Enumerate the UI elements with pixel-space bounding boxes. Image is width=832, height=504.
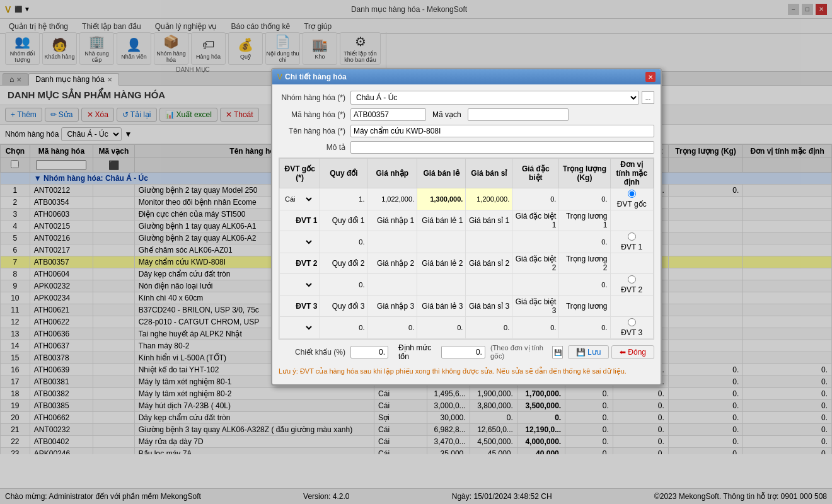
dvt-col-gia-ban-si: Giá bán sỉ bbox=[466, 159, 512, 188]
dvt-2-quy-doi-label: Quy đổi 2 bbox=[320, 253, 367, 274]
dvt-goc-quy-doi bbox=[320, 188, 367, 210]
dvt-2-gia-ban-si-label: Giá bán sỉ 2 bbox=[466, 253, 512, 274]
modal-app-icon: V bbox=[277, 72, 282, 81]
dvt-3-gia-ban-le-label: Giá bán lẻ 3 bbox=[417, 296, 466, 317]
dvt-goc-quy-doi-input[interactable] bbox=[323, 195, 364, 203]
dvt-2-trong-luong-input[interactable] bbox=[562, 281, 607, 289]
dvt-3-gia-ban-si-input[interactable] bbox=[468, 324, 509, 331]
dvt-2-radio-cell: ĐVT 2 bbox=[610, 274, 654, 296]
dvt-1-quy-doi-input[interactable] bbox=[323, 238, 364, 246]
dvt-3-label: ĐVT 3 bbox=[280, 296, 320, 317]
dvt-row-2-header: ĐVT 2 Quy đổi 2 Giá nhập 2 Giá bán lẻ 2 … bbox=[280, 253, 654, 274]
dvt-tbody: Cái ĐVT gốc bbox=[280, 188, 654, 339]
dvt-1-quy-doi-label: Quy đổi 1 bbox=[320, 210, 367, 231]
dvt-2-gia-dac-biet-input[interactable] bbox=[515, 281, 556, 289]
save-inline-button[interactable]: 💾 bbox=[552, 346, 563, 358]
dvt-3-gia-ban-le-input[interactable] bbox=[420, 324, 463, 331]
dvt-3-gia-nhap-input[interactable] bbox=[370, 324, 414, 331]
mo-ta-input[interactable] bbox=[350, 141, 654, 154]
dvt-2-radio-label: ĐVT 2 bbox=[621, 285, 642, 294]
dvt-col-trong-luong: Trọng lượng (Kg) bbox=[559, 159, 610, 188]
ten-hang-hoa-input[interactable] bbox=[350, 125, 654, 137]
dvt-3-gia-nhap bbox=[367, 317, 417, 339]
dvt-goc-gia-dac-biet-input[interactable] bbox=[515, 195, 556, 203]
dvt-3-quy-doi-input[interactable] bbox=[323, 324, 364, 331]
dvt-1-trong-luong-input[interactable] bbox=[562, 238, 607, 246]
dvt-3-gia-dac-biet-label: Giá đặc biệt 3 bbox=[512, 296, 559, 317]
dvt-goc-radio-cell: ĐVT gốc bbox=[610, 188, 654, 210]
dvt-2-quy-doi bbox=[320, 274, 367, 296]
nhom-hang-hoa-select[interactable]: Châu Á - Úc bbox=[350, 91, 639, 105]
form-row-mo-ta: Mô tả bbox=[279, 141, 654, 154]
dvt-2-gia-dac-biet-label: Giá đặc biệt 2 bbox=[512, 253, 559, 274]
dinh-muc-ton-input[interactable] bbox=[441, 346, 485, 358]
dvt-2-gia-ban-le bbox=[417, 274, 466, 296]
dvt-2-quy-doi-input[interactable] bbox=[323, 281, 364, 289]
form-row-chiet-khau: Chiết khấu (%) Định mức tồn (Theo đơn vị… bbox=[279, 343, 654, 361]
dvt-1-gia-ban-si-label: Giá bán sỉ 1 bbox=[466, 210, 512, 231]
ma-vach-input[interactable] bbox=[468, 108, 569, 121]
modal-overlay: V Chi tiết hàng hóa ✕ Nhóm hàng hóa (*) … bbox=[0, 0, 832, 504]
dvt-row-goc: Cái ĐVT gốc bbox=[280, 188, 654, 210]
save-icon: 💾 bbox=[576, 348, 586, 357]
dvt-goc-gia-ban-si-input[interactable] bbox=[468, 195, 509, 203]
dong-button[interactable]: ⬅ Đóng bbox=[611, 345, 654, 359]
modal-close-button[interactable]: ✕ bbox=[645, 72, 656, 82]
mo-ta-label: Mô tả bbox=[279, 143, 348, 152]
nhom-lookup-button[interactable]: ... bbox=[642, 91, 654, 104]
dvt-3-quy-doi-label: Quy đổi 3 bbox=[320, 296, 367, 317]
dvt-2-trong-luong bbox=[559, 274, 610, 296]
dvt-1-quy-doi bbox=[320, 231, 367, 253]
dvt-3-gia-ban-le bbox=[417, 317, 466, 339]
dvt-1-gia-dac-biet-input[interactable] bbox=[515, 238, 556, 246]
dvt-1-trong-luong-label: Trọng lương 1 bbox=[559, 210, 610, 231]
dvt-header-row: ĐVT gốc (*) Quy đổi Giá nhập Giá bán lẻ … bbox=[280, 159, 654, 188]
form-row-ma: Mã hàng hóa (*) Mã vạch bbox=[279, 108, 654, 121]
luu-label: Lưu bbox=[587, 348, 601, 357]
modal-note: Lưu ý: ĐVT của hàng hóa sau khi lập phiế… bbox=[279, 365, 654, 378]
dvt-1-radio-cell: ĐVT 1 bbox=[610, 231, 654, 253]
dvt-1-radio[interactable] bbox=[613, 232, 651, 241]
ma-hang-hoa-input[interactable] bbox=[350, 108, 426, 121]
dvt-goc-gia-nhap-input[interactable] bbox=[370, 195, 414, 203]
dvt-row-1: ĐVT 1 bbox=[280, 231, 654, 253]
chiet-khau-label: Chiết khấu (%) bbox=[279, 348, 348, 357]
dvt-col-quy-doi: Quy đổi bbox=[320, 159, 367, 188]
dvt-2-radio[interactable] bbox=[613, 275, 651, 284]
dinh-muc-ton-label: Định mức tồn bbox=[398, 343, 436, 361]
dvt-2-gia-nhap-input[interactable] bbox=[370, 281, 414, 289]
dvt-2-select[interactable] bbox=[282, 280, 314, 289]
dvt-3-gia-ban-si-label: Giá bán sỉ 3 bbox=[466, 296, 512, 317]
dvt-2-dvt-cell bbox=[280, 274, 320, 296]
dvt-goc-gia-ban-le-input[interactable] bbox=[420, 195, 463, 203]
dvt-1-gia-nhap-input[interactable] bbox=[370, 238, 414, 246]
dvt-3-gia-dac-biet-input[interactable] bbox=[515, 324, 556, 331]
dvt-row-1-header: ĐVT 1 Quy đổi 1 Giá nhập 1 Giá bán lẻ 1 … bbox=[280, 210, 654, 231]
dvt-goc-gia-nhap bbox=[367, 188, 417, 210]
dvt-goc-gia-dac-biet bbox=[512, 188, 559, 210]
dvt-2-gia-ban-si-input[interactable] bbox=[468, 281, 509, 289]
dvt-1-gia-ban-si bbox=[466, 231, 512, 253]
chiet-khau-input[interactable] bbox=[350, 346, 388, 358]
modal-titlebar: V Chi tiết hàng hóa ✕ bbox=[272, 69, 661, 84]
dvt-3-select[interactable] bbox=[282, 323, 314, 332]
dvt-goc-trong-luong-input[interactable] bbox=[562, 195, 607, 203]
luu-button[interactable]: 💾 Lưu bbox=[568, 345, 609, 359]
dvt-1-select[interactable] bbox=[282, 238, 314, 246]
dvt-col-dvt-mac-dinh: Đơn vị tính mặc định bbox=[610, 159, 654, 188]
dvt-1-dvt-cell bbox=[280, 231, 320, 253]
dvt-goc-radio[interactable] bbox=[613, 190, 651, 198]
dvt-2-gia-dac-biet bbox=[512, 274, 559, 296]
form-row-nhom: Nhóm hàng hóa (*) Châu Á - Úc ... bbox=[279, 91, 654, 105]
dvt-3-quy-doi bbox=[320, 317, 367, 339]
dvt-goc-select[interactable]: Cái bbox=[282, 195, 314, 203]
dvt-3-radio[interactable] bbox=[613, 318, 651, 326]
dvt-3-trong-luong-input[interactable] bbox=[562, 324, 607, 331]
dvt-1-gia-ban-si-input[interactable] bbox=[468, 238, 509, 246]
dvt-2-gia-ban-le-input[interactable] bbox=[420, 281, 463, 289]
nhom-hang-hoa-label: Nhóm hàng hóa (*) bbox=[279, 93, 348, 102]
dvt-row-3-header: ĐVT 3 Quy đổi 3 Giá nhập 3 Giá bán lẻ 3 … bbox=[280, 296, 654, 317]
dvt-2-radio-placeholder bbox=[610, 253, 654, 274]
dvt-goc-radio-label: ĐVT gốc bbox=[617, 200, 647, 209]
dvt-1-gia-ban-le-input[interactable] bbox=[420, 238, 463, 246]
